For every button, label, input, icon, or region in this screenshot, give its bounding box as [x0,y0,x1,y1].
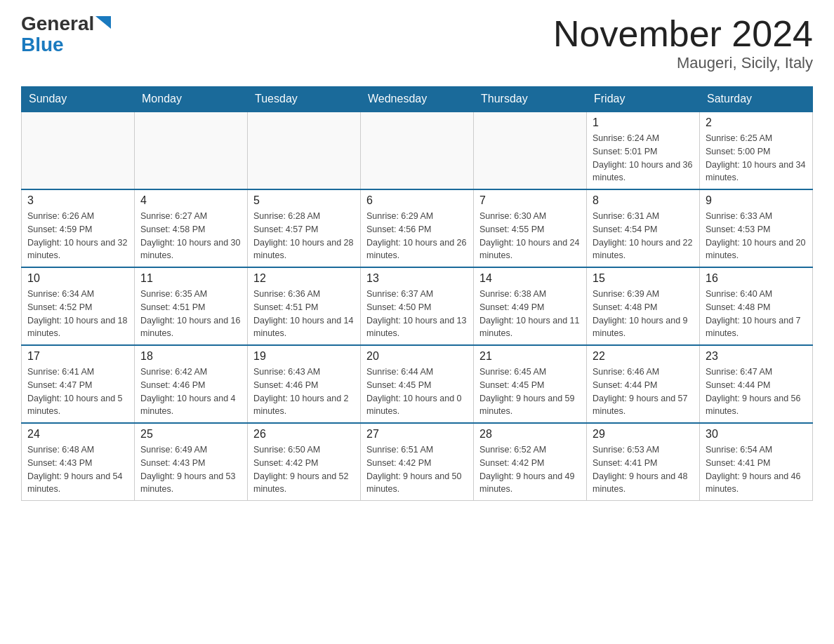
logo: General Blue [21,14,111,56]
day-info: Sunrise: 6:29 AM Sunset: 4:56 PM Dayligh… [366,210,468,262]
day-number: 26 [253,428,355,441]
day-number: 17 [27,350,128,363]
day-number: 29 [593,428,694,441]
day-info: Sunrise: 6:30 AM Sunset: 4:55 PM Dayligh… [479,210,581,262]
calendar-cell: 14Sunrise: 6:38 AM Sunset: 4:49 PM Dayli… [474,267,587,345]
day-info: Sunrise: 6:44 AM Sunset: 4:45 PM Dayligh… [366,365,468,418]
calendar-cell: 30Sunrise: 6:54 AM Sunset: 4:41 PM Dayli… [700,423,813,501]
day-info: Sunrise: 6:34 AM Sunset: 4:52 PM Dayligh… [27,288,128,340]
day-number: 4 [140,194,241,207]
day-info: Sunrise: 6:50 AM Sunset: 4:42 PM Dayligh… [253,443,355,496]
calendar-cell: 12Sunrise: 6:36 AM Sunset: 4:51 PM Dayli… [248,267,361,345]
day-number: 21 [479,350,581,363]
calendar-cell: 29Sunrise: 6:53 AM Sunset: 4:41 PM Dayli… [587,423,700,501]
calendar-cell [248,112,361,189]
calendar-cell: 26Sunrise: 6:50 AM Sunset: 4:42 PM Dayli… [248,423,361,501]
day-number: 25 [140,428,241,441]
calendar-cell: 20Sunrise: 6:44 AM Sunset: 4:45 PM Dayli… [361,345,474,423]
page-header: General Blue November 2024 Maugeri, Sici… [21,14,813,72]
calendar-cell: 25Sunrise: 6:49 AM Sunset: 4:43 PM Dayli… [135,423,248,501]
day-number: 7 [479,194,581,207]
calendar-cell: 11Sunrise: 6:35 AM Sunset: 4:51 PM Dayli… [135,267,248,345]
calendar-subtitle: Maugeri, Sicily, Italy [553,54,813,72]
day-number: 3 [27,194,128,207]
day-info: Sunrise: 6:41 AM Sunset: 4:47 PM Dayligh… [27,365,128,418]
day-info: Sunrise: 6:24 AM Sunset: 5:01 PM Dayligh… [593,132,694,185]
day-number: 18 [140,350,241,363]
calendar-cell [22,112,135,189]
day-number: 11 [140,272,241,285]
day-info: Sunrise: 6:52 AM Sunset: 4:42 PM Dayligh… [479,443,581,496]
calendar-cell: 22Sunrise: 6:46 AM Sunset: 4:44 PM Dayli… [587,345,700,423]
day-info: Sunrise: 6:43 AM Sunset: 4:46 PM Dayligh… [253,365,355,418]
day-info: Sunrise: 6:48 AM Sunset: 4:43 PM Dayligh… [27,443,128,496]
calendar-header: SundayMondayTuesdayWednesdayThursdayFrid… [22,87,813,112]
calendar-cell: 10Sunrise: 6:34 AM Sunset: 4:52 PM Dayli… [22,267,135,345]
calendar-cell: 6Sunrise: 6:29 AM Sunset: 4:56 PM Daylig… [361,189,474,267]
day-info: Sunrise: 6:51 AM Sunset: 4:42 PM Dayligh… [366,443,468,496]
day-number: 24 [27,428,128,441]
day-number: 15 [593,272,694,285]
calendar-body: 1Sunrise: 6:24 AM Sunset: 5:01 PM Daylig… [22,112,813,501]
day-number: 10 [27,272,128,285]
calendar-cell: 15Sunrise: 6:39 AM Sunset: 4:48 PM Dayli… [587,267,700,345]
day-number: 20 [366,350,468,363]
header-cell-monday: Monday [135,87,248,112]
calendar-cell [474,112,587,189]
calendar-cell: 16Sunrise: 6:40 AM Sunset: 4:48 PM Dayli… [700,267,813,345]
day-info: Sunrise: 6:49 AM Sunset: 4:43 PM Dayligh… [140,443,241,496]
day-number: 19 [253,350,355,363]
day-info: Sunrise: 6:35 AM Sunset: 4:51 PM Dayligh… [140,288,241,340]
header-cell-friday: Friday [587,87,700,112]
calendar-cell: 24Sunrise: 6:48 AM Sunset: 4:43 PM Dayli… [22,423,135,501]
day-info: Sunrise: 6:39 AM Sunset: 4:48 PM Dayligh… [593,288,694,340]
week-row-4: 17Sunrise: 6:41 AM Sunset: 4:47 PM Dayli… [22,345,813,423]
calendar-table: SundayMondayTuesdayWednesdayThursdayFrid… [21,86,813,501]
day-number: 28 [479,428,581,441]
logo-general: General [21,14,94,34]
calendar-cell: 23Sunrise: 6:47 AM Sunset: 4:44 PM Dayli… [700,345,813,423]
calendar-cell: 1Sunrise: 6:24 AM Sunset: 5:01 PM Daylig… [587,112,700,189]
week-row-2: 3Sunrise: 6:26 AM Sunset: 4:59 PM Daylig… [22,189,813,267]
day-info: Sunrise: 6:45 AM Sunset: 4:45 PM Dayligh… [479,365,581,418]
day-info: Sunrise: 6:26 AM Sunset: 4:59 PM Dayligh… [27,210,128,262]
logo-blue: Blue [21,34,64,56]
calendar-title: November 2024 [553,14,813,54]
day-info: Sunrise: 6:36 AM Sunset: 4:51 PM Dayligh… [253,288,355,340]
day-info: Sunrise: 6:46 AM Sunset: 4:44 PM Dayligh… [593,365,694,418]
day-number: 16 [706,272,807,285]
title-block: November 2024 Maugeri, Sicily, Italy [553,14,813,72]
day-info: Sunrise: 6:27 AM Sunset: 4:58 PM Dayligh… [140,210,241,262]
header-cell-tuesday: Tuesday [248,87,361,112]
header-cell-thursday: Thursday [474,87,587,112]
day-number: 30 [706,428,807,441]
day-info: Sunrise: 6:42 AM Sunset: 4:46 PM Dayligh… [140,365,241,418]
header-row: SundayMondayTuesdayWednesdayThursdayFrid… [22,87,813,112]
header-cell-sunday: Sunday [22,87,135,112]
day-number: 13 [366,272,468,285]
day-number: 22 [593,350,694,363]
header-cell-wednesday: Wednesday [361,87,474,112]
day-number: 27 [366,428,468,441]
day-number: 9 [706,194,807,207]
calendar-cell: 17Sunrise: 6:41 AM Sunset: 4:47 PM Dayli… [22,345,135,423]
day-info: Sunrise: 6:25 AM Sunset: 5:00 PM Dayligh… [706,132,807,185]
day-info: Sunrise: 6:54 AM Sunset: 4:41 PM Dayligh… [706,443,807,496]
svg-marker-0 [95,16,111,29]
calendar-cell: 21Sunrise: 6:45 AM Sunset: 4:45 PM Dayli… [474,345,587,423]
calendar-cell: 28Sunrise: 6:52 AM Sunset: 4:42 PM Dayli… [474,423,587,501]
day-number: 8 [593,194,694,207]
day-info: Sunrise: 6:31 AM Sunset: 4:54 PM Dayligh… [593,210,694,262]
calendar-cell: 13Sunrise: 6:37 AM Sunset: 4:50 PM Dayli… [361,267,474,345]
day-info: Sunrise: 6:40 AM Sunset: 4:48 PM Dayligh… [706,288,807,340]
calendar-cell: 5Sunrise: 6:28 AM Sunset: 4:57 PM Daylig… [248,189,361,267]
day-number: 14 [479,272,581,285]
header-cell-saturday: Saturday [700,87,813,112]
calendar-cell: 27Sunrise: 6:51 AM Sunset: 4:42 PM Dayli… [361,423,474,501]
calendar-cell: 18Sunrise: 6:42 AM Sunset: 4:46 PM Dayli… [135,345,248,423]
day-number: 1 [593,116,694,129]
day-info: Sunrise: 6:37 AM Sunset: 4:50 PM Dayligh… [366,288,468,340]
calendar-cell: 3Sunrise: 6:26 AM Sunset: 4:59 PM Daylig… [22,189,135,267]
calendar-cell: 4Sunrise: 6:27 AM Sunset: 4:58 PM Daylig… [135,189,248,267]
day-number: 12 [253,272,355,285]
